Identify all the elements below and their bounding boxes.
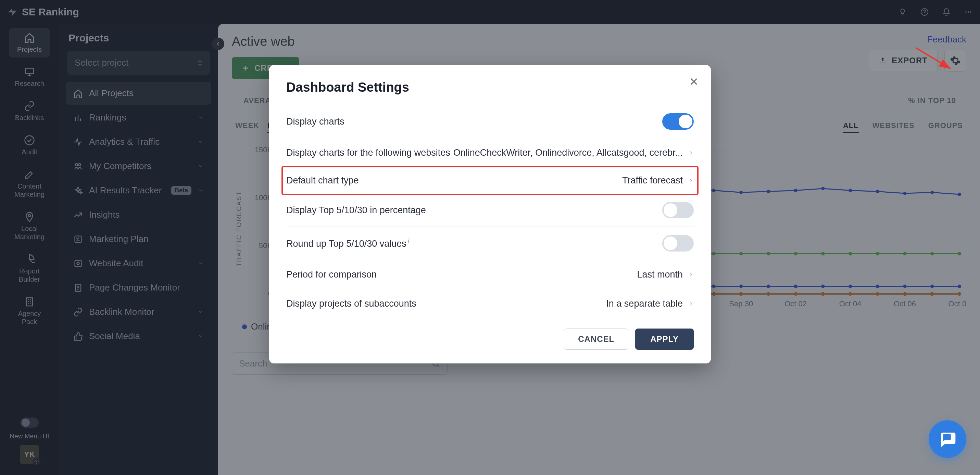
apply-button[interactable]: APPLY (635, 329, 694, 350)
chat-fab[interactable] (929, 420, 966, 458)
setting-round-up-top-5-10-30-values[interactable]: Round up Top 5/10/30 valuesi (286, 227, 694, 260)
chevron-right-icon (688, 148, 694, 158)
setting-default-chart-type[interactable]: Default chart typeTraffic forecast (282, 166, 698, 195)
setting-display-projects-of-subaccounts[interactable]: Display projects of subaccountsIn a sepa… (286, 289, 694, 318)
chevron-right-icon (688, 175, 694, 186)
info-icon[interactable]: i (408, 237, 409, 245)
chevron-right-icon (688, 269, 694, 280)
cancel-button[interactable]: CANCEL (564, 329, 628, 350)
setting-display-charts[interactable]: Display charts (286, 105, 694, 138)
toggle-switch[interactable] (662, 235, 694, 251)
toggle-switch[interactable] (662, 202, 694, 218)
setting-display-top-5-10-30-in-percentage[interactable]: Display Top 5/10/30 in percentage (286, 194, 694, 227)
modal-title: Dashboard Settings (286, 80, 694, 95)
toggle-switch[interactable] (662, 113, 694, 130)
modal-close-button[interactable]: ✕ (689, 75, 698, 88)
setting-display-charts-for-the-following-websites[interactable]: Display charts for the following website… (286, 138, 694, 167)
chevron-right-icon (688, 299, 694, 309)
dashboard-settings-modal: ✕ Dashboard Settings Display chartsDispl… (269, 65, 711, 364)
setting-period-for-comparison[interactable]: Period for comparisonLast month (286, 260, 694, 289)
